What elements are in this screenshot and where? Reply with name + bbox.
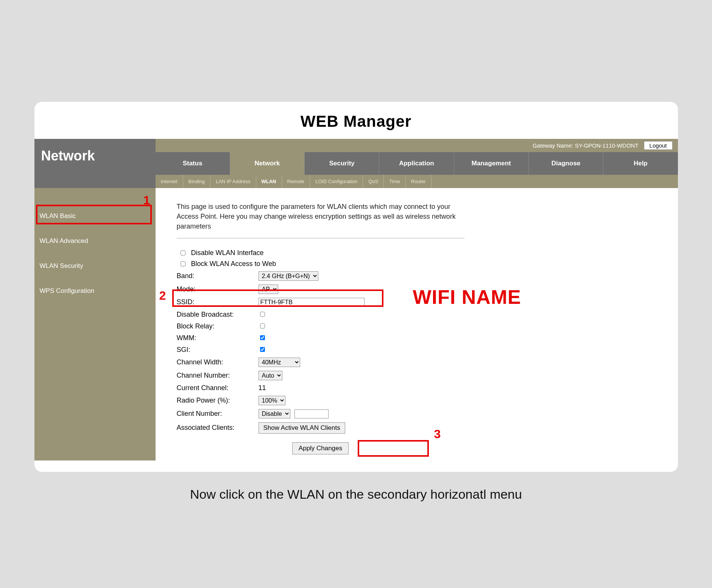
show-clients-button[interactable]: Show Active WLAN Clients: [259, 422, 345, 434]
subtab-wlan[interactable]: WLAN: [256, 175, 282, 188]
router-admin-screenshot: WEB Manager Network Gateway Name: SY-GPO…: [34, 102, 678, 472]
sidebar-item-wlan-security[interactable]: WLAN Security: [34, 257, 156, 275]
body-grid: WLAN BasicWLAN AdvancedWLAN SecurityWPS …: [34, 188, 678, 460]
wifi-name-callout: WIFI NAME: [413, 286, 521, 308]
disable-broadcast-checkbox[interactable]: [260, 312, 265, 317]
channel-number-label: Channel Number:: [177, 372, 259, 380]
wlan-basic-form: Disable WLAN Interface Block WLAN Access…: [177, 247, 663, 454]
annotation-box-3: [358, 440, 429, 457]
disable-wlan-checkbox[interactable]: [181, 250, 185, 255]
sgi-label: SGI:: [177, 346, 259, 354]
sub-tabs: InternetBindingLAN IP AddressWLANRemoteL…: [156, 175, 678, 188]
disable-wlan-label: Disable WLAN Interface: [191, 249, 264, 257]
client-number-label: Client Number:: [177, 410, 259, 418]
annotation-number-3: 3: [434, 427, 441, 441]
subtab-router[interactable]: Router: [406, 175, 432, 188]
ssid-label: SSID:: [177, 298, 259, 306]
subtab-loid-configuration[interactable]: LOID Configuration: [310, 175, 363, 188]
page-title: WEB Manager: [34, 102, 678, 139]
annotation-number-1: 1: [143, 193, 150, 207]
block-relay-label: Block Relay:: [177, 322, 259, 330]
instruction-text: Now click on the WLAN on the secondary h…: [34, 487, 678, 502]
sidebar-item-wlan-advanced[interactable]: WLAN Advanced: [34, 232, 156, 250]
subtab-qos[interactable]: QoS: [363, 175, 384, 188]
associated-clients-label: Associated Clients:: [177, 424, 259, 432]
band-label: Band:: [177, 272, 259, 280]
block-relay-checkbox[interactable]: [260, 324, 265, 328]
subtab-remote[interactable]: Remote: [282, 175, 310, 188]
channel-width-label: Channel Width:: [177, 358, 259, 366]
sidebar: WLAN BasicWLAN AdvancedWLAN SecurityWPS …: [34, 188, 156, 460]
ssid-input[interactable]: [259, 298, 365, 307]
sgi-checkbox[interactable]: [260, 347, 265, 352]
tab-management[interactable]: Management: [454, 152, 528, 175]
subtab-internet[interactable]: Internet: [156, 175, 183, 188]
sidebar-item-wlan-basic[interactable]: WLAN Basic: [34, 207, 156, 225]
section-label: Network: [34, 139, 156, 188]
mode-select[interactable]: AP: [259, 285, 278, 294]
band-select[interactable]: 2.4 GHz (B+G+N): [259, 271, 318, 281]
subtab-lan-ip-address[interactable]: LAN IP Address: [210, 175, 256, 188]
tab-security[interactable]: Security: [304, 152, 379, 175]
annotation-number-2: 2: [159, 289, 166, 303]
outer-frame: WEB Manager Network Gateway Name: SY-GPO…: [19, 68, 693, 521]
radio-power-select[interactable]: 100%: [259, 396, 285, 405]
wmm-checkbox[interactable]: [260, 335, 265, 340]
tab-help[interactable]: Help: [603, 152, 678, 175]
channel-width-select[interactable]: 40MHz: [259, 358, 300, 367]
subtab-binding[interactable]: Binding: [183, 175, 210, 188]
mode-label: Mode:: [177, 285, 259, 293]
wmm-label: WMM:: [177, 334, 259, 342]
block-wlan-web-checkbox[interactable]: [181, 261, 185, 266]
page-description: This page is used to configure the param…: [177, 202, 464, 238]
current-channel-label: Current Channel:: [177, 384, 259, 392]
tab-diagnose[interactable]: Diagnose: [528, 152, 603, 175]
radio-power-label: Radio Power (%):: [177, 397, 259, 404]
channel-number-select[interactable]: Auto: [259, 371, 282, 380]
client-number-input[interactable]: [294, 409, 329, 418]
sidebar-item-wps-configuration[interactable]: WPS Configuration: [34, 282, 156, 300]
gateway-bar: Gateway Name: SY-GPON-1110-WDONT Logout: [156, 139, 678, 152]
tab-status[interactable]: Status: [156, 152, 230, 175]
apply-changes-button[interactable]: Apply Changes: [292, 442, 349, 454]
tab-network[interactable]: Network: [230, 152, 304, 175]
gateway-name-label: Gateway Name: SY-GPON-1110-WDONT: [533, 142, 639, 149]
main-tabs: StatusNetworkSecurityApplicationManageme…: [156, 152, 678, 175]
main-panel: This page is used to configure the param…: [156, 188, 678, 460]
block-wlan-web-label: Block WLAN Access to Web: [191, 260, 276, 268]
current-channel-value: 11: [259, 384, 266, 392]
client-number-select[interactable]: Disable: [259, 409, 290, 418]
header-grid: Network Gateway Name: SY-GPON-1110-WDONT…: [34, 139, 678, 188]
logout-button[interactable]: Logout: [644, 141, 673, 150]
disable-broadcast-label: Disable Broadcast:: [177, 311, 259, 319]
tab-application[interactable]: Application: [379, 152, 453, 175]
subtab-time[interactable]: Time: [384, 175, 405, 188]
